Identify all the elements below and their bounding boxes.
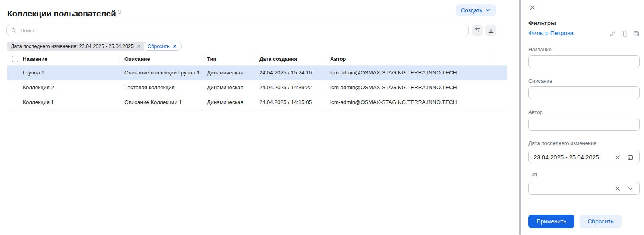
clear-type-button[interactable] xyxy=(614,185,622,192)
type-field-label: Тип xyxy=(528,171,537,177)
close-icon xyxy=(529,4,536,11)
page-title: Коллекции пользователей3 xyxy=(7,9,121,18)
create-button[interactable]: Создать xyxy=(456,4,496,16)
calendar-button[interactable] xyxy=(627,154,634,161)
edit-filter-button[interactable] xyxy=(609,30,616,37)
table-header: Название Описание Тип Дата создания Авто… xyxy=(7,54,507,65)
author-field-label: Автор xyxy=(528,109,543,115)
author-field xyxy=(528,118,640,131)
cell-created: 24.04.2025 / 14:39:22 xyxy=(259,80,312,95)
description-input[interactable] xyxy=(529,87,639,99)
close-icon xyxy=(614,185,622,192)
reset-filters-button[interactable]: Сбросить xyxy=(580,215,622,228)
date-field-label: Дата последнего изменения xyxy=(528,140,596,146)
description-field xyxy=(528,86,640,99)
column-divider xyxy=(203,56,203,62)
search-input[interactable] xyxy=(20,25,468,36)
filter-panel-title: Фильтры xyxy=(528,20,556,26)
column-divider xyxy=(255,56,255,62)
save-filter-button[interactable] xyxy=(633,30,640,37)
user-collections-page: Коллекции пользователей3 Создать Дата по… xyxy=(0,0,644,235)
cell-type: Динамическая xyxy=(207,80,243,95)
active-filter-chip-date[interactable]: Дата последнего изменения: 23.04.2025 - … xyxy=(7,42,144,51)
funnel-icon xyxy=(475,28,481,34)
select-all-checkbox[interactable] xyxy=(12,56,18,62)
search-icon xyxy=(11,28,17,34)
cell-description: Описание Коллекции 1 xyxy=(124,95,182,110)
active-filter-chip-label: Дата последнего изменения: 23.04.2025 - … xyxy=(11,44,134,49)
name-field-label: Название xyxy=(528,46,552,52)
calendar-icon xyxy=(627,154,634,161)
close-icon xyxy=(614,154,622,161)
cell-type: Динамическая xyxy=(207,95,243,110)
cell-created: 24.04.2025 / 15:24:10 xyxy=(259,66,312,80)
filter-button[interactable] xyxy=(472,25,483,36)
table-row[interactable]: Группа 1 Описание коллекции Группа 1 Дин… xyxy=(7,66,507,80)
date-range-field xyxy=(528,151,640,163)
download-button[interactable] xyxy=(485,25,496,36)
date-range-input[interactable] xyxy=(529,151,639,163)
apply-filters-button[interactable]: Применить xyxy=(528,215,574,228)
cell-description: Тестовая коллекция xyxy=(124,80,175,95)
pencil-icon xyxy=(609,30,616,37)
author-input[interactable] xyxy=(529,118,639,130)
table-row[interactable]: Коллекция 1 Описание Коллекции 1 Динамич… xyxy=(7,95,507,110)
close-panel-button[interactable] xyxy=(529,4,536,11)
name-field xyxy=(528,55,640,68)
cell-author: lcm-admin@OSMAX-STAGING.TERRA.INNO.TECH xyxy=(330,66,457,80)
column-divider xyxy=(493,56,493,62)
page-title-text: Коллекции пользователей xyxy=(7,9,116,18)
download-icon xyxy=(488,28,494,34)
cell-type: Динамическая xyxy=(207,66,243,80)
cell-name: Коллекция 1 xyxy=(23,95,54,110)
reset-filters-chip[interactable]: Сбросить xyxy=(143,42,182,51)
column-header-description: Описание xyxy=(124,56,150,62)
items-count-badge: 3 xyxy=(118,9,121,15)
column-header-author: Автор xyxy=(330,56,346,62)
clear-date-button[interactable] xyxy=(614,154,622,161)
close-icon[interactable] xyxy=(136,44,141,48)
close-icon[interactable] xyxy=(173,44,177,48)
description-field-label: Описание xyxy=(528,78,552,84)
column-divider xyxy=(325,56,325,62)
cell-author: lcm-admin@OSMAX-STAGING.TERRA.INNO.TECH xyxy=(330,95,457,110)
name-input[interactable] xyxy=(529,56,639,68)
cell-name: Группа 1 xyxy=(23,66,44,80)
column-header-type: Тип xyxy=(207,56,216,62)
create-button-label: Создать xyxy=(461,7,482,14)
cell-description: Описание коллекции Группа 1 xyxy=(124,66,200,80)
type-select[interactable] xyxy=(528,182,640,195)
chevron-down-icon xyxy=(485,8,490,13)
open-type-dropdown-button[interactable] xyxy=(627,185,634,192)
copy-icon xyxy=(621,30,628,37)
table-row[interactable]: Коллекция 2 Тестовая коллекция Динамичес… xyxy=(7,80,507,95)
save-icon xyxy=(633,30,640,37)
type-select-input[interactable] xyxy=(529,182,639,194)
panel-scrollbar[interactable] xyxy=(519,0,521,235)
chevron-down-icon xyxy=(627,185,634,192)
panel-divider xyxy=(518,0,518,235)
column-header-name: Название xyxy=(23,56,47,62)
column-divider xyxy=(120,56,120,62)
search-box xyxy=(6,25,469,36)
reset-filters-chip-label: Сбросить xyxy=(148,44,170,49)
copy-filter-button[interactable] xyxy=(621,30,628,37)
table-body: Группа 1 Описание коллекции Группа 1 Дин… xyxy=(7,65,507,110)
saved-filter-link[interactable]: Фильтр Петрова xyxy=(528,30,574,36)
cell-created: 24.04.2025 / 14:15:05 xyxy=(259,95,312,110)
cell-name: Коллекция 2 xyxy=(23,80,54,95)
column-header-created: Дата создания xyxy=(259,56,297,62)
cell-author: lcm-admin@OSMAX-STAGING.TERRA.INNO.TECH xyxy=(330,80,457,95)
